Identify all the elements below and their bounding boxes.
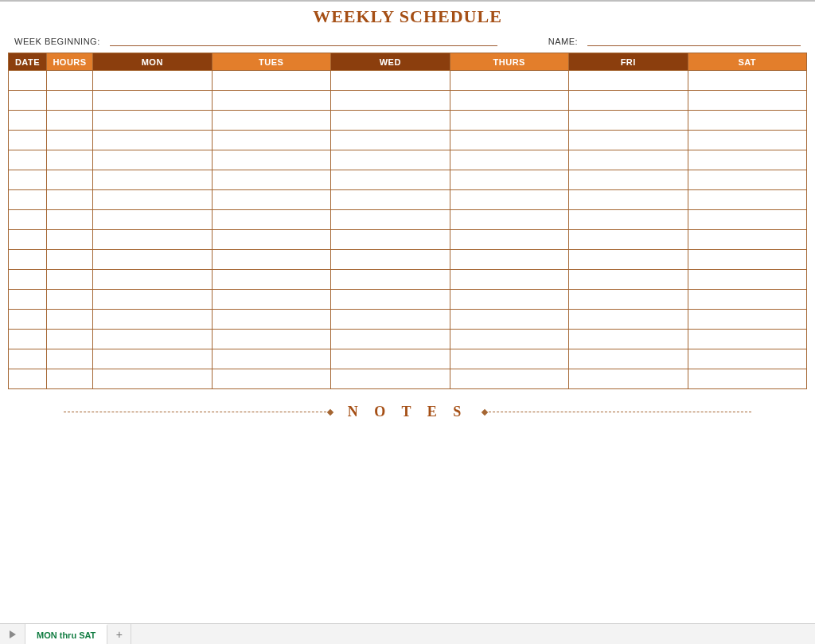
cell[interactable]: [450, 369, 569, 389]
cell[interactable]: [93, 111, 213, 131]
table-row[interactable]: [9, 71, 807, 91]
cell[interactable]: [688, 131, 807, 150]
cell[interactable]: [9, 330, 47, 349]
cell[interactable]: [569, 150, 688, 170]
table-row[interactable]: [9, 250, 807, 270]
table-row[interactable]: [9, 111, 807, 131]
cell[interactable]: [93, 170, 213, 190]
cell[interactable]: [212, 369, 331, 389]
cell[interactable]: [212, 270, 331, 290]
cell[interactable]: [9, 230, 47, 250]
cell[interactable]: [93, 71, 213, 91]
cell[interactable]: [47, 210, 93, 230]
cell[interactable]: [212, 91, 331, 111]
schedule-table[interactable]: DATEHOURSMONTUESWEDTHURSFRISAT: [8, 53, 807, 389]
cell[interactable]: [47, 230, 93, 250]
table-row[interactable]: [9, 91, 807, 111]
cell[interactable]: [93, 290, 213, 310]
table-row[interactable]: [9, 369, 807, 389]
cell[interactable]: [212, 71, 331, 91]
cell[interactable]: [47, 290, 93, 310]
cell[interactable]: [47, 71, 93, 91]
cell[interactable]: [569, 210, 688, 230]
cell[interactable]: [688, 111, 807, 131]
cell[interactable]: [450, 71, 569, 91]
cell[interactable]: [9, 250, 47, 270]
cell[interactable]: [331, 290, 450, 310]
cell[interactable]: [47, 369, 93, 389]
week-beginning-input[interactable]: [110, 35, 497, 46]
cell[interactable]: [331, 111, 450, 131]
cell[interactable]: [212, 111, 331, 131]
cell[interactable]: [688, 190, 807, 210]
sheet-nav-button[interactable]: [0, 624, 25, 644]
cell[interactable]: [9, 270, 47, 290]
cell[interactable]: [331, 250, 450, 270]
cell[interactable]: [450, 330, 569, 349]
cell[interactable]: [9, 111, 47, 131]
cell[interactable]: [688, 270, 807, 290]
cell[interactable]: [9, 190, 47, 210]
cell[interactable]: [212, 150, 331, 170]
cell[interactable]: [93, 270, 213, 290]
table-row[interactable]: [9, 349, 807, 369]
cell[interactable]: [331, 349, 450, 369]
cell[interactable]: [331, 310, 450, 330]
cell[interactable]: [450, 310, 569, 330]
cell[interactable]: [212, 210, 331, 230]
cell[interactable]: [569, 310, 688, 330]
cell[interactable]: [47, 91, 93, 111]
table-row[interactable]: [9, 230, 807, 250]
cell[interactable]: [569, 170, 688, 190]
cell[interactable]: [688, 91, 807, 111]
name-input[interactable]: [587, 35, 801, 46]
cell[interactable]: [93, 369, 213, 389]
cell[interactable]: [47, 330, 93, 349]
cell[interactable]: [47, 250, 93, 270]
table-row[interactable]: [9, 210, 807, 230]
cell[interactable]: [331, 131, 450, 150]
cell[interactable]: [47, 349, 93, 369]
cell[interactable]: [212, 290, 331, 310]
cell[interactable]: [450, 230, 569, 250]
cell[interactable]: [212, 170, 331, 190]
table-row[interactable]: [9, 190, 807, 210]
cell[interactable]: [47, 190, 93, 210]
cell[interactable]: [569, 270, 688, 290]
cell[interactable]: [450, 91, 569, 111]
cell[interactable]: [212, 230, 331, 250]
cell[interactable]: [688, 210, 807, 230]
cell[interactable]: [47, 310, 93, 330]
cell[interactable]: [93, 310, 213, 330]
cell[interactable]: [450, 210, 569, 230]
cell[interactable]: [688, 349, 807, 369]
cell[interactable]: [688, 170, 807, 190]
table-row[interactable]: [9, 270, 807, 290]
table-row[interactable]: [9, 131, 807, 150]
cell[interactable]: [569, 250, 688, 270]
cell[interactable]: [9, 210, 47, 230]
tab-mon-thru-sat[interactable]: MON thru SAT: [25, 624, 107, 644]
cell[interactable]: [93, 349, 213, 369]
cell[interactable]: [47, 150, 93, 170]
cell[interactable]: [9, 290, 47, 310]
cell[interactable]: [331, 190, 450, 210]
cell[interactable]: [331, 170, 450, 190]
table-row[interactable]: [9, 170, 807, 190]
cell[interactable]: [450, 111, 569, 131]
cell[interactable]: [450, 150, 569, 170]
cell[interactable]: [569, 71, 688, 91]
add-sheet-button[interactable]: +: [107, 624, 131, 644]
cell[interactable]: [569, 369, 688, 389]
cell[interactable]: [212, 349, 331, 369]
cell[interactable]: [9, 71, 47, 91]
cell[interactable]: [688, 150, 807, 170]
cell[interactable]: [9, 150, 47, 170]
cell[interactable]: [9, 349, 47, 369]
cell[interactable]: [212, 310, 331, 330]
cell[interactable]: [47, 111, 93, 131]
cell[interactable]: [331, 91, 450, 111]
cell[interactable]: [93, 91, 213, 111]
table-row[interactable]: [9, 290, 807, 310]
cell[interactable]: [450, 349, 569, 369]
